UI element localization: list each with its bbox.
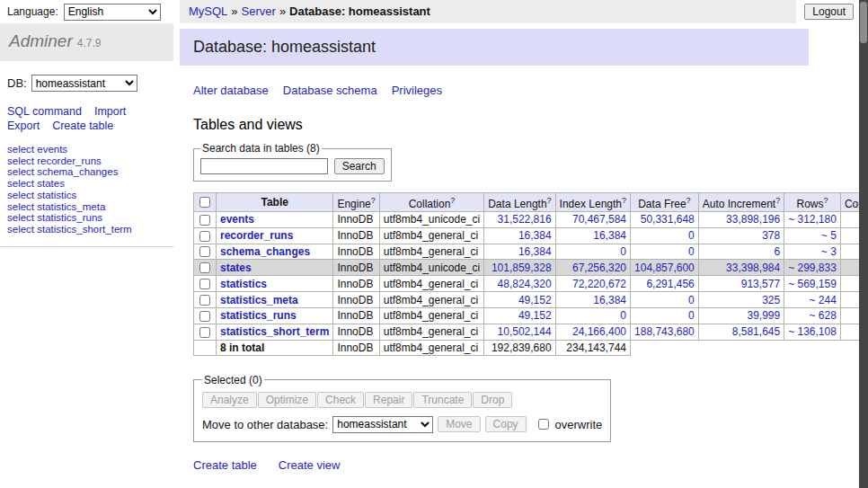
check-button[interactable]: Check (317, 392, 364, 408)
index-length-link[interactable]: 70,467,584 (572, 213, 626, 226)
sidebar-table-link-select-schema-changes[interactable]: select schema_changes (7, 166, 166, 178)
row-checkbox-statistics-runs[interactable] (199, 311, 210, 322)
auto-increment-link[interactable]: 378 (762, 229, 780, 242)
data-free-link[interactable]: 104,857,600 (634, 262, 695, 274)
data-length-link[interactable]: 31,522,816 (498, 213, 552, 226)
data-length-link[interactable]: 101,859,328 (492, 262, 552, 274)
index-length-link[interactable]: 16,384 (593, 294, 626, 306)
sidebar-table-link-select-statistics-short-term[interactable]: select statistics_short_term (7, 224, 166, 235)
auto-increment-link[interactable]: 39,999 (747, 309, 780, 322)
index-length-link[interactable]: 0 (620, 309, 626, 322)
scrollbar[interactable] (859, 0, 868, 488)
data-length-link[interactable]: 16,384 (518, 229, 552, 242)
create-link-create-view[interactable]: Create view (279, 458, 341, 472)
column-help-link[interactable]: ? (450, 196, 455, 205)
sidebar-link-create-table[interactable]: Create table (52, 120, 113, 132)
row-checkbox-statistics-short-term[interactable] (199, 327, 210, 338)
row-checkbox-recorder-runs[interactable] (199, 231, 210, 242)
nav-link-database-schema[interactable]: Database schema (283, 84, 377, 97)
scrollbar-thumb[interactable] (860, 2, 867, 43)
data-length-link[interactable]: 48,824,320 (498, 278, 552, 290)
rows-link[interactable]: ~ 3 (821, 245, 837, 258)
data-free-link[interactable]: 0 (688, 309, 695, 322)
data-free-link[interactable]: 50,331,648 (641, 213, 695, 226)
index-length-link[interactable]: 24,166,400 (572, 325, 626, 338)
search-input[interactable] (200, 158, 328, 174)
logout-button[interactable]: Logout (804, 4, 854, 20)
table-link-statistics-meta[interactable]: statistics_meta (220, 294, 298, 306)
move-button[interactable]: Move (438, 416, 480, 432)
table-link-states[interactable]: states (220, 262, 252, 274)
auto-increment-link[interactable]: 33,898,196 (726, 213, 780, 226)
column-help-link[interactable]: ? (547, 196, 552, 205)
table-link-statistics-runs[interactable]: statistics_runs (220, 309, 297, 322)
auto-increment-link[interactable]: 913,577 (741, 278, 780, 290)
index-length-link[interactable]: 67,256,320 (572, 262, 626, 274)
copy-button[interactable]: Copy (485, 416, 527, 432)
sidebar-table-link-select-statistics[interactable]: select statistics (7, 190, 166, 201)
table-link-statistics[interactable]: statistics (220, 278, 267, 290)
drop-button[interactable]: Drop (473, 392, 512, 408)
auto-increment-link[interactable]: 325 (762, 294, 780, 306)
data-length-link[interactable]: 10,502,144 (498, 325, 552, 338)
auto-increment-link[interactable]: 33,398,984 (726, 262, 780, 274)
rows-link[interactable]: ~ 569,159 (788, 278, 837, 290)
breadcrumb-item-mysql[interactable]: MySQL (189, 4, 227, 18)
table-link-schema-changes[interactable]: schema_changes (220, 245, 310, 258)
auto-increment-link[interactable]: 8,581,645 (732, 325, 780, 338)
data-free-link[interactable]: 188,743,680 (634, 325, 695, 338)
data-free-link[interactable]: 0 (688, 294, 695, 306)
brand-link[interactable]: Adminer (9, 31, 73, 50)
column-help-link[interactable]: ? (686, 196, 691, 205)
db-select[interactable]: homeassistant (31, 75, 137, 92)
index-length-link[interactable]: 0 (620, 245, 626, 258)
data-length-link[interactable]: 49,152 (518, 309, 552, 322)
sidebar-table-link-select-recorder-runs[interactable]: select recorder_runs (7, 155, 166, 167)
analyze-button[interactable]: Analyze (202, 392, 257, 408)
rows-link[interactable]: ~ 628 (810, 309, 837, 322)
truncate-button[interactable]: Truncate (413, 392, 472, 408)
sidebar-table-link-select-statistics-meta[interactable]: select statistics_meta (7, 201, 166, 213)
rows-link[interactable]: ~ 5 (821, 229, 837, 242)
move-db-select[interactable]: homeassistant (332, 416, 433, 433)
sidebar-link-import[interactable]: Import (94, 105, 126, 118)
search-button[interactable]: Search (334, 158, 385, 174)
column-help-link[interactable]: ? (371, 196, 376, 205)
rows-link[interactable]: ~ 299,833 (788, 262, 837, 274)
data-free-link[interactable]: 0 (688, 229, 695, 242)
column-help-link[interactable]: ? (824, 196, 828, 205)
row-checkbox-events[interactable] (199, 215, 210, 226)
data-free-link[interactable]: 6,291,456 (646, 278, 694, 290)
repair-button[interactable]: Repair (365, 392, 412, 408)
row-checkbox-statistics-meta[interactable] (199, 295, 210, 306)
overwrite-checkbox[interactable] (538, 419, 549, 430)
table-link-statistics-short-term[interactable]: statistics_short_term (220, 325, 329, 338)
column-help-link[interactable]: ? (775, 196, 780, 205)
auto-increment-link[interactable]: 6 (774, 245, 780, 258)
optimize-button[interactable]: Optimize (258, 392, 316, 408)
language-select[interactable]: English (64, 4, 161, 21)
rows-link[interactable]: ~ 312,180 (788, 213, 837, 226)
index-length-link[interactable]: 16,384 (593, 229, 626, 242)
rows-link[interactable]: ~ 136,108 (788, 325, 837, 338)
sidebar-link-sql-command[interactable]: SQL command (7, 105, 82, 118)
rows-link[interactable]: ~ 244 (810, 294, 837, 306)
index-length-link[interactable]: 72,220,672 (572, 278, 626, 290)
create-link-create-table[interactable]: Create table (193, 458, 257, 472)
select-all-checkbox[interactable] (199, 197, 210, 208)
row-checkbox-states[interactable] (199, 262, 210, 273)
row-checkbox-schema-changes[interactable] (199, 246, 210, 257)
table-link-events[interactable]: events (220, 213, 254, 226)
table-link-recorder-runs[interactable]: recorder_runs (220, 229, 293, 242)
sidebar-table-link-select-events[interactable]: select events (7, 144, 166, 155)
nav-link-alter-database[interactable]: Alter database (193, 84, 269, 97)
sidebar-table-link-select-states[interactable]: select states (7, 178, 166, 190)
column-help-link[interactable]: ? (622, 196, 626, 205)
row-checkbox-statistics[interactable] (199, 279, 210, 289)
sidebar-table-link-select-statistics-runs[interactable]: select statistics_runs (7, 212, 166, 224)
data-free-link[interactable]: 0 (688, 245, 695, 258)
breadcrumb-item-server[interactable]: Server (242, 4, 276, 18)
data-length-link[interactable]: 16,384 (518, 245, 552, 258)
data-length-link[interactable]: 49,152 (518, 294, 552, 306)
nav-link-privileges[interactable]: Privileges (392, 84, 442, 97)
